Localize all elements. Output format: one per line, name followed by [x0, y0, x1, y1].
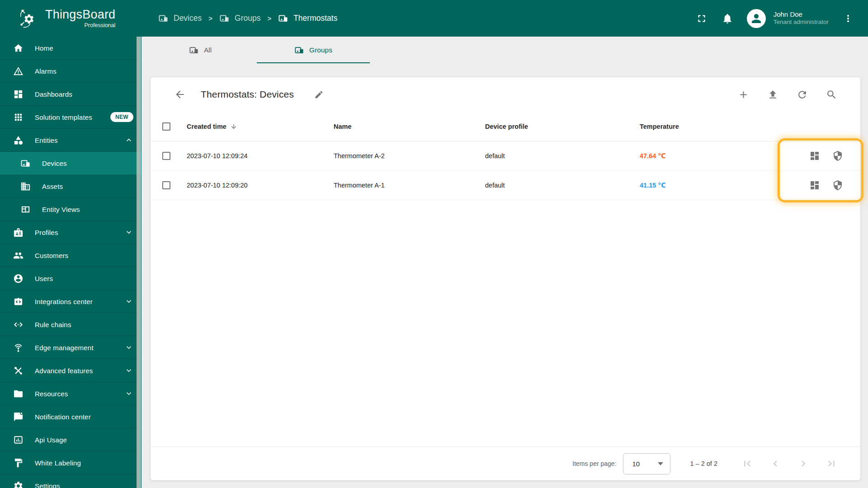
notifications-button[interactable] [721, 12, 734, 25]
breadcrumb: Devices > Groups > Thermostats [158, 13, 337, 23]
antenna-icon [13, 343, 24, 353]
sidebar-item-label: Api Usage [35, 436, 67, 444]
row-checkbox[interactable] [162, 181, 170, 189]
sidebar-item-label: Rule chains [35, 321, 71, 328]
row-checkbox[interactable] [162, 152, 170, 160]
person-icon [750, 12, 763, 25]
sidebar-item-solution-templates[interactable]: Solution templates NEW [0, 106, 142, 129]
sidebar-item-entities[interactable]: Entities [0, 129, 142, 152]
page-title: Thermostats: Devices [201, 89, 294, 100]
new-badge: NEW [110, 112, 133, 122]
sidebar-item-api-usage[interactable]: Api Usage [0, 428, 142, 451]
dashboards-icon [809, 180, 820, 191]
back-button[interactable] [174, 89, 186, 100]
paint-roller-icon [13, 458, 24, 468]
refresh-button[interactable] [796, 88, 808, 101]
arrow-back-icon [174, 89, 186, 100]
sidebar-item-alarms[interactable]: Alarms [0, 60, 142, 83]
sidebar-item-settings[interactable]: Settings [0, 474, 142, 488]
sidebar-item-integrations-center[interactable]: Integrations center [0, 290, 142, 313]
prev-page-button[interactable] [769, 457, 782, 470]
rule-chain-icon [13, 319, 24, 330]
add-entity-button[interactable] [737, 88, 750, 101]
sidebar-item-users[interactable]: Users [0, 267, 142, 290]
sidebar-item-rule-chains[interactable]: Rule chains [0, 313, 142, 336]
breadcrumb-label: Devices [174, 14, 202, 23]
badge-icon [13, 227, 24, 238]
sidebar-menu: Home Alarms Dashboards Solution template… [0, 37, 142, 488]
sidebar-item-assets[interactable]: Assets [0, 175, 142, 198]
items-per-page-select[interactable]: 10 [623, 453, 670, 474]
dashboards-icon [13, 89, 24, 99]
brand-edition: Professional [45, 23, 115, 28]
fullscreen-button[interactable] [695, 12, 708, 25]
people-icon [13, 250, 24, 261]
building-icon [20, 181, 31, 192]
breadcrumb-label: Thermostats [293, 14, 337, 23]
cell-name: Thermometer A-2 [334, 152, 485, 160]
breadcrumb-item-thermostats[interactable]: Thermostats [278, 13, 337, 23]
table-row[interactable]: 2023-07-10 12:09:24 Thermometer A-2 defa… [151, 141, 860, 171]
sidebar-item-white-labeling[interactable]: White Labeling [0, 451, 142, 474]
breadcrumb-item-groups[interactable]: Groups [219, 13, 260, 23]
manage-credentials-button[interactable] [832, 180, 843, 191]
edit-title-button[interactable] [314, 90, 324, 99]
sidebar-item-profiles[interactable]: Profiles [0, 221, 142, 244]
tab-all[interactable]: All [144, 37, 257, 63]
devices-icon [20, 158, 31, 169]
breadcrumb-item-devices[interactable]: Devices [158, 13, 202, 23]
account-circle-icon [13, 273, 24, 284]
sidebar-item-label: Alarms [35, 67, 57, 75]
chevron-down-icon [124, 389, 133, 398]
tab-groups[interactable]: Groups [257, 37, 370, 63]
devices-group-icon [189, 45, 199, 55]
first-page-button[interactable] [741, 457, 754, 470]
sidebar-item-label: Solution templates [35, 113, 92, 121]
header-device-profile[interactable]: Device profile [485, 123, 640, 130]
app-logo[interactable]: ThingsBoard Professional [0, 0, 142, 37]
cell-device-profile: default [485, 182, 640, 189]
security-shield-icon [832, 150, 843, 161]
search-button[interactable] [825, 88, 838, 101]
sidebar-item-advanced-features[interactable]: Advanced features [0, 359, 142, 382]
manage-dashboards-button[interactable] [809, 180, 820, 191]
header-name[interactable]: Name [334, 123, 485, 130]
sidebar-item-dashboards[interactable]: Dashboards [0, 83, 142, 106]
devices-group-icon [278, 13, 288, 23]
sidebar-item-entity-views[interactable]: Entity Views [0, 198, 142, 221]
devices-group-icon [294, 45, 304, 55]
sidebar-item-resources[interactable]: Resources [0, 382, 142, 405]
sidebar-item-home[interactable]: Home [0, 37, 142, 60]
cell-temperature: 47.64 ℃ [640, 152, 784, 160]
chevron-down-icon [124, 366, 133, 375]
sidebar-item-devices[interactable]: Devices [0, 152, 142, 175]
message-icon [13, 412, 24, 422]
card-header: Thermostats: Devices [151, 77, 860, 112]
select-all-checkbox[interactable] [162, 122, 170, 131]
sidebar-item-edge-management[interactable]: Edge management [0, 336, 142, 359]
more-menu-button[interactable] [842, 12, 854, 25]
sidebar-item-notification-center[interactable]: Notification center [0, 405, 142, 428]
manage-dashboards-button[interactable] [809, 150, 820, 161]
fullscreen-icon [696, 13, 708, 24]
sidebar-scrollbar[interactable] [137, 37, 141, 488]
sidebar-item-label: Entities [35, 136, 58, 144]
sidebar-item-label: Advanced features [35, 367, 93, 375]
avatar[interactable] [747, 9, 766, 28]
header-created-time[interactable]: Created time [187, 123, 334, 130]
manage-credentials-button[interactable] [832, 150, 843, 161]
next-page-button[interactable] [797, 457, 810, 470]
sidebar-item-customers[interactable]: Customers [0, 244, 142, 267]
header-temperature[interactable]: Temperature [640, 123, 784, 130]
refresh-icon [797, 89, 808, 100]
import-button[interactable] [766, 88, 779, 101]
breadcrumb-separator: > [208, 14, 212, 22]
last-page-button[interactable] [825, 457, 838, 470]
sidebar-item-label: Entity Views [42, 206, 80, 213]
sidebar-item-label: Home [35, 44, 53, 52]
cell-created-time: 2023-07-10 12:09:24 [187, 152, 334, 160]
table-row[interactable]: 2023-07-10 12:09:20 Thermometer A-1 defa… [151, 171, 860, 200]
first-page-icon [741, 458, 753, 469]
prev-page-icon [769, 458, 781, 469]
column-label: Created time [187, 123, 226, 130]
